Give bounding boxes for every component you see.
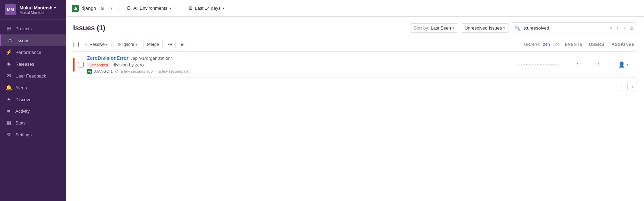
search-bar: 🔍 ✕ ⊹ ＋ ⊞ xyxy=(512,22,637,33)
sidebar-item-label: Performance xyxy=(15,50,41,55)
play-button[interactable]: ▶ xyxy=(178,40,187,49)
assignee-icon[interactable]: 👤 xyxy=(618,61,625,68)
filter-label: Unresolved Issues xyxy=(465,25,502,31)
ignore-label: Ignore xyxy=(122,42,134,47)
sidebar-item-label: Alerts xyxy=(15,85,27,90)
graph-14d-button[interactable]: 14d xyxy=(553,42,560,47)
assignee-column-header: ASSIGNEE xyxy=(609,42,637,47)
checkmark-icon: ✓ xyxy=(85,42,88,47)
sidebar-item-user-feedback[interactable]: ✉ User Feedback xyxy=(0,70,66,82)
topbar-separator-2 xyxy=(180,4,180,13)
sort-value: Last Seen xyxy=(431,25,451,31)
issue-checkbox[interactable] xyxy=(78,62,84,67)
sidebar-nav: ⊞ Projects ⚠ Issues ⚡ Performance ◈ Rele… xyxy=(0,20,66,201)
issues-list: ZeroDivisionError /api/v1/organization/ … xyxy=(73,52,637,78)
sidebar-header[interactable]: MM Mukul Mantosh ▾ Mukul Mantosh xyxy=(0,0,66,20)
project-selector[interactable]: dj django ⚙ ▾ xyxy=(72,5,112,12)
issue-assignee[interactable]: 👤 ▾ xyxy=(609,61,637,68)
merge-label: Merge xyxy=(147,42,159,47)
resolve-button[interactable]: ✓ Resolve ▾ xyxy=(81,40,111,49)
search-bookmark-button[interactable]: ⊹ xyxy=(615,25,620,31)
user-info: Mukul Mantosh ▾ Mukul Mantosh xyxy=(20,5,61,15)
project-icon: dj xyxy=(72,5,79,12)
alerts-icon: 🔔 xyxy=(6,85,12,91)
date-calendar-icon: 🗓 xyxy=(188,6,193,11)
sidebar-item-discover[interactable]: ✦ Discover xyxy=(0,94,66,105)
resolve-label: Resolve xyxy=(90,42,104,47)
issue-events-count: 1 xyxy=(567,62,588,67)
sidebar: MM Mukul Mantosh ▾ Mukul Mantosh ⊞ Proje… xyxy=(0,0,66,201)
sidebar-item-label: Releases xyxy=(15,62,34,67)
select-all-checkbox[interactable] xyxy=(73,42,79,47)
search-actions: ✕ ⊹ ＋ ⊞ xyxy=(608,24,634,32)
topbar-separator xyxy=(118,4,118,13)
user-org: Mukul Mantosh xyxy=(20,10,61,15)
date-chevron-icon: ▾ xyxy=(223,6,224,10)
date-range-selector[interactable]: 🗓 Last 14 days ▾ xyxy=(186,4,227,12)
sidebar-item-releases[interactable]: ◈ Releases xyxy=(0,58,66,70)
issue-project-icon: dj xyxy=(87,69,92,74)
graph-label-text: GRAPH: xyxy=(524,42,540,47)
issue-time: a few seconds ago — a few seconds old xyxy=(121,69,189,73)
project-settings-icon[interactable]: ⚙ xyxy=(100,6,105,11)
filter-button[interactable]: Unresolved Issues ▾ xyxy=(461,23,509,33)
settings-icon: ⚙ xyxy=(6,131,12,138)
user-name: Mukul Mantosh ▾ xyxy=(20,5,61,10)
search-clear-button[interactable]: ✕ xyxy=(608,25,613,31)
ignore-chevron-icon: ▾ xyxy=(135,43,137,47)
content-header: Issues (1) Sort by: Last Seen ▾ Unresolv… xyxy=(73,22,637,33)
sidebar-item-activity[interactable]: ≡ Activity xyxy=(0,105,66,117)
more-icon: ••• xyxy=(168,42,172,47)
sidebar-item-alerts[interactable]: 🔔 Alerts xyxy=(0,82,66,94)
sidebar-item-label: Projects xyxy=(15,26,32,31)
more-button[interactable]: ••• xyxy=(165,40,176,49)
search-add-button[interactable]: ＋ xyxy=(621,24,627,32)
projects-icon: ⊞ xyxy=(6,25,12,32)
project-chevron-icon: ▾ xyxy=(110,6,112,11)
issue-tags: Unhandled division by zero xyxy=(87,62,510,67)
issue-graph xyxy=(514,64,563,65)
graph-line xyxy=(518,64,560,65)
issue-users-count: 1 xyxy=(588,62,609,67)
environment-calendar-icon: 🗓 xyxy=(127,6,131,11)
issues-icon: ⚠ xyxy=(7,37,13,43)
main-area: dj django ⚙ ▾ 🗓 All Environments ▾ 🗓 Las… xyxy=(66,0,644,201)
filter-chevron-icon: ▾ xyxy=(503,26,505,30)
sort-button[interactable]: Sort by: Last Seen ▾ xyxy=(410,23,458,33)
sort-chevron-icon: ▾ xyxy=(452,26,454,30)
ignore-button[interactable]: ⊗ Ignore ▾ xyxy=(114,40,141,49)
project-name: django xyxy=(82,6,96,11)
search-input[interactable] xyxy=(522,25,608,31)
sidebar-item-label: Activity xyxy=(15,108,30,114)
avatar: MM xyxy=(5,4,16,15)
sidebar-item-settings[interactable]: ⚙ Settings xyxy=(0,129,66,140)
graph-24h-button[interactable]: 24h xyxy=(543,42,550,47)
issue-meta: dj DJANGO-1 ⏱ a few seconds ago — a few … xyxy=(87,69,510,74)
sidebar-item-issues[interactable]: ⚠ Issues xyxy=(0,34,66,46)
pagination: ‹ › xyxy=(73,78,637,93)
sidebar-item-performance[interactable]: ⚡ Performance xyxy=(0,46,66,58)
graph-label-area: GRAPH: 24h 14d xyxy=(524,42,560,47)
sidebar-item-projects[interactable]: ⊞ Projects xyxy=(0,23,66,34)
stats-icon: ▦ xyxy=(6,120,12,126)
environment-selector[interactable]: 🗓 All Environments ▾ xyxy=(124,4,174,12)
unhandled-tag: Unhandled xyxy=(87,63,110,67)
next-page-button[interactable]: › xyxy=(627,82,637,91)
releases-icon: ◈ xyxy=(6,61,12,67)
toolbar: ✓ Resolve ▾ ⊗ Ignore ▾ Merge ••• ▶ GRAPH… xyxy=(73,38,637,52)
assignee-chevron-icon: ▾ xyxy=(627,63,628,66)
merge-button[interactable]: Merge xyxy=(143,40,163,49)
environment-chevron-icon: ▾ xyxy=(170,6,171,10)
search-options-button[interactable]: ⊞ xyxy=(629,25,634,31)
activity-icon: ≡ xyxy=(6,108,12,114)
issue-title-row: ZeroDivisionError /api/v1/organization/ xyxy=(87,55,510,61)
users-column-header: USERS xyxy=(586,42,607,47)
sidebar-item-label: User Feedback xyxy=(15,73,46,79)
search-icon: 🔍 xyxy=(515,25,520,31)
issue-project: dj DJANGO-1 xyxy=(87,69,113,74)
sidebar-item-stats[interactable]: ▦ Stats xyxy=(0,117,66,129)
user-feedback-icon: ✉ xyxy=(6,73,12,79)
topbar: dj django ⚙ ▾ 🗓 All Environments ▾ 🗓 Las… xyxy=(66,0,644,17)
prev-page-button[interactable]: ‹ xyxy=(616,82,626,91)
issue-error-name[interactable]: ZeroDivisionError xyxy=(87,55,129,61)
